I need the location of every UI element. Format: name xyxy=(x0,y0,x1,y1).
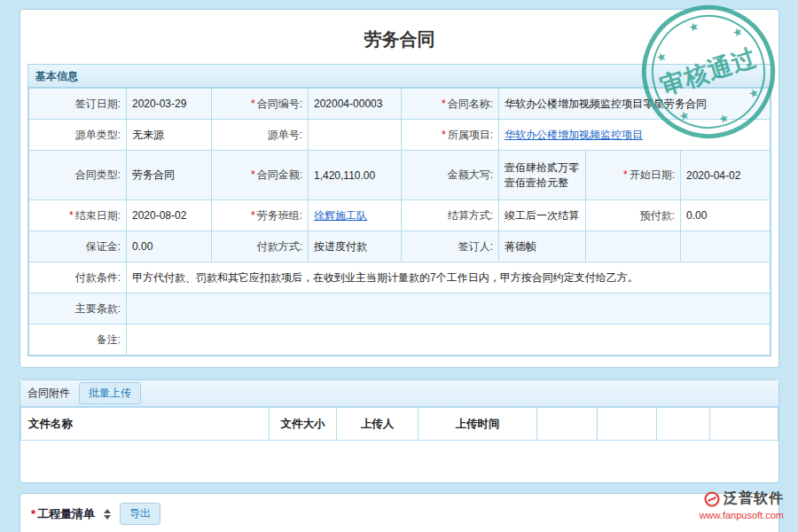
start-date-label: *开始日期: xyxy=(586,151,681,200)
pay-method-value: 按进度付款 xyxy=(309,231,402,262)
attachments-title: 合同附件 xyxy=(27,386,70,401)
contract-name-value: 华软办公楼增加视频监控项目零星劳务合同 xyxy=(499,89,771,120)
attach-col-empty xyxy=(710,408,778,441)
prepay-value: 0.00 xyxy=(681,200,771,231)
required-asterisk: * xyxy=(623,168,628,181)
contract-type-value: 劳务合同 xyxy=(127,151,212,200)
table-row: 保证金: 0.00 付款方式: 按进度付款 签订人: 蒋德帧 xyxy=(29,231,771,262)
vendor-branding: 泛普软件 www.fanpusoft.com xyxy=(700,489,784,520)
table-row: 付款条件: 甲方代付款、罚款和其它应扣款项后，在收到业主当期计量款的7个工作日内… xyxy=(29,262,771,293)
table-row: *结束日期: 2020-08-02 *劳务班组: 徐辉施工队 结算方式: 竣工后… xyxy=(29,200,771,231)
sort-icon[interactable] xyxy=(104,509,111,520)
start-date-value: 2020-04-02 xyxy=(681,151,771,200)
contract-detail-card: 劳务合同 基本信息 签订日期: 2020-03-29 *合同编号: xyxy=(20,9,779,368)
attach-col-empty xyxy=(537,408,598,441)
contract-type-label: 合同类型: xyxy=(29,151,127,200)
main-clause-label: 主要条款: xyxy=(29,293,127,325)
required-asterisk: * xyxy=(69,209,74,222)
required-asterisk: * xyxy=(442,129,446,141)
signer-value: 蒋德帧 xyxy=(499,231,586,262)
boq-section-card: *工程量清单 导出 xyxy=(20,493,779,532)
empty-cell xyxy=(681,231,771,262)
basic-info-title: 基本信息 xyxy=(35,70,78,82)
labor-contract-page: 劳务合同 基本信息 签订日期: 2020-03-29 *合同编号: xyxy=(0,0,798,532)
attach-col-empty xyxy=(598,408,657,441)
brand-url[interactable]: www.fanpusoft.com xyxy=(700,510,784,520)
start-date-label-text: 开始日期: xyxy=(630,168,675,181)
labor-team-value-cell: 徐辉施工队 xyxy=(309,200,402,231)
table-row: 备注: xyxy=(29,325,771,356)
export-button[interactable]: 导出 xyxy=(120,503,160,525)
labor-team-label: *劳务班组: xyxy=(212,200,309,231)
table-row: 源单类型: 无来源 源单号: *所属项目: 华软办公楼增加视频监控项目 xyxy=(29,120,771,151)
attachments-header: 合同附件 批量上传 xyxy=(20,380,778,407)
required-asterisk: * xyxy=(31,507,35,520)
project-label-text: 所属项目: xyxy=(448,129,493,141)
contract-no-label: *合同编号: xyxy=(212,89,309,120)
boq-title: *工程量清单 xyxy=(31,506,95,522)
fanpu-logo-icon xyxy=(704,491,720,507)
attachments-header-row: 文件名称 文件大小 上传人 上传时间 xyxy=(21,408,778,441)
sign-date-value: 2020-03-29 xyxy=(127,89,212,120)
required-asterisk: * xyxy=(251,209,255,222)
signer-label: 签订人: xyxy=(402,231,499,262)
page-title: 劳务合同 xyxy=(20,10,778,51)
boq-title-text: 工程量清单 xyxy=(37,507,95,520)
pay-terms-label: 付款条件: xyxy=(29,262,127,293)
end-date-label-text: 结束日期: xyxy=(75,209,121,222)
contract-no-value: 202004-00003 xyxy=(309,89,402,120)
table-row: 主要条款: xyxy=(29,293,771,325)
prepay-label: 预付款: xyxy=(586,200,681,231)
basic-info-header: 基本信息 xyxy=(28,65,771,88)
project-link[interactable]: 华软办公楼增加视频监控项目 xyxy=(505,129,643,141)
labor-team-link[interactable]: 徐辉施工队 xyxy=(314,209,367,222)
attach-col-filesize: 文件大小 xyxy=(270,408,337,441)
batch-upload-button[interactable]: 批量上传 xyxy=(79,382,141,404)
attach-col-uploadtime: 上传时间 xyxy=(419,408,537,441)
main-clause-value xyxy=(127,293,771,325)
empty-cell xyxy=(586,231,681,262)
brand-name: 泛普软件 xyxy=(724,489,784,508)
boq-toolbar: *工程量清单 导出 xyxy=(20,494,778,532)
attachments-card: 合同附件 批量上传 文件名称 文件大小 上传人 上传时间 xyxy=(20,379,779,483)
required-asterisk: * xyxy=(442,98,446,110)
remark-label: 备注: xyxy=(29,325,127,356)
settlement-value: 竣工后一次结算 xyxy=(499,200,586,231)
required-asterisk: * xyxy=(251,98,255,110)
source-type-label: 源单类型: xyxy=(29,120,127,151)
project-value-cell: 华软办公楼增加视频监控项目 xyxy=(499,120,771,151)
remark-value xyxy=(127,325,771,356)
source-type-value: 无来源 xyxy=(127,120,212,151)
amount-value: 1,420,110.00 xyxy=(309,151,402,200)
attach-col-filename: 文件名称 xyxy=(21,408,270,441)
amount-caps-label: 金额大写: xyxy=(402,151,499,200)
deposit-value: 0.00 xyxy=(127,231,212,262)
project-label: *所属项目: xyxy=(402,120,499,151)
deposit-label: 保证金: xyxy=(29,231,127,262)
table-row: 合同类型: 劳务合同 *合同金额: 1,420,110.00 金额大写: 壹佰肆… xyxy=(29,151,771,200)
amount-caps-value: 壹佰肆拾贰万零壹佰壹拾元整 xyxy=(499,151,586,200)
basic-info-section: 基本信息 签订日期: 2020-03-29 *合同编号: 202004-0000… xyxy=(27,64,771,356)
labor-team-label-text: 劳务班组: xyxy=(257,209,302,222)
amount-label: *合同金额: xyxy=(212,151,309,200)
pay-terms-value: 甲方代付款、罚款和其它应扣款项后，在收到业主当期计量款的7个工作日内，甲方按合同… xyxy=(127,262,771,293)
source-no-label: 源单号: xyxy=(212,120,309,151)
contract-name-label-text: 合同名称: xyxy=(448,98,493,110)
settlement-label: 结算方式: xyxy=(402,200,499,231)
sort-down-arrow xyxy=(104,515,111,520)
pay-method-label: 付款方式: xyxy=(212,231,309,262)
attach-col-uploader: 上传人 xyxy=(337,408,419,441)
attach-col-empty xyxy=(657,408,710,441)
contract-no-label-text: 合同编号: xyxy=(257,98,302,110)
contract-name-label: *合同名称: xyxy=(402,89,499,120)
required-asterisk: * xyxy=(251,168,255,181)
table-row: 签订日期: 2020-03-29 *合同编号: 202004-00003 *合同… xyxy=(29,89,771,120)
attachments-table: 文件名称 文件大小 上传人 上传时间 xyxy=(20,407,778,441)
sort-up-arrow xyxy=(104,509,111,513)
brand-name-row: 泛普软件 xyxy=(704,489,784,508)
basic-info-table: 签订日期: 2020-03-29 *合同编号: 202004-00003 *合同… xyxy=(28,88,771,356)
source-no-value xyxy=(309,120,402,151)
end-date-label: *结束日期: xyxy=(29,200,127,231)
end-date-value: 2020-08-02 xyxy=(127,200,212,231)
sign-date-label: 签订日期: xyxy=(29,89,127,120)
